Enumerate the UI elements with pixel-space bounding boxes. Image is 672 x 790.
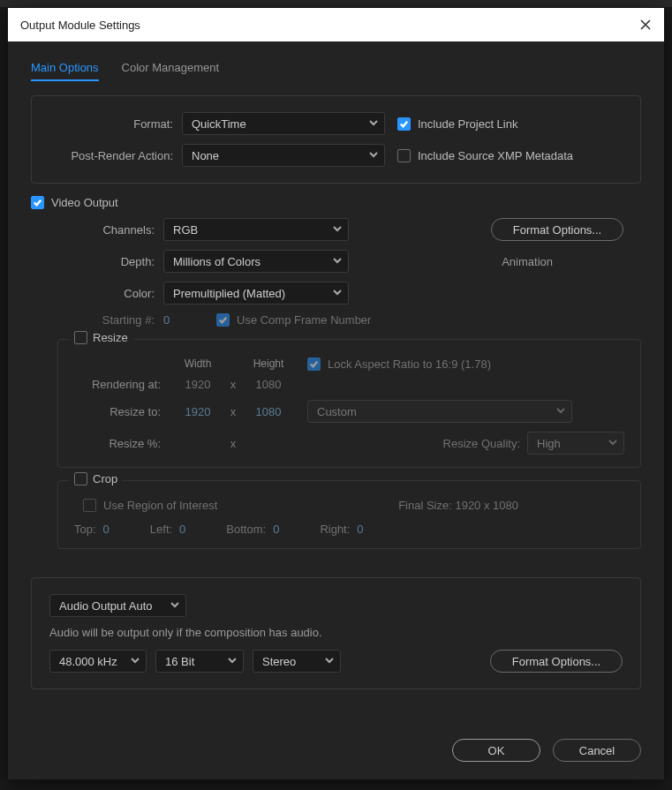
chevron-down-icon — [324, 655, 335, 668]
resize-pct-label: Resize %: — [74, 437, 171, 450]
resize-panel: Resize Width Height Lock Aspect Ratio to… — [57, 339, 641, 468]
chevron-down-icon — [368, 149, 379, 162]
audio-output-mode-select[interactable]: Audio Output Auto — [49, 594, 186, 617]
chevron-down-icon — [332, 287, 343, 300]
channels-select-value: RGB — [173, 223, 198, 237]
resize-preset-value: Custom — [317, 405, 357, 418]
crop-checkbox[interactable] — [74, 472, 87, 485]
post-render-select-value: None — [192, 149, 219, 162]
rendering-height: 1080 — [242, 378, 295, 391]
include-xmp-checkbox[interactable] — [397, 149, 411, 162]
channels-label: Channels: — [31, 223, 163, 237]
audio-rate-select[interactable]: 48.000 kHz — [49, 650, 147, 673]
crop-panel: Crop Use Region of Interest Final Size: … — [57, 480, 641, 549]
ok-button[interactable]: OK — [452, 739, 540, 762]
crop-top-value: 0 — [103, 523, 109, 536]
height-header: Height — [242, 357, 295, 371]
format-select[interactable]: QuickTime — [182, 112, 385, 135]
crop-left-value: 0 — [179, 523, 185, 536]
chevron-down-icon — [170, 599, 180, 613]
crop-bottom-value: 0 — [273, 523, 279, 536]
include-project-link-label: Include Project Link — [418, 117, 517, 131]
crop-label: Crop — [93, 472, 117, 485]
resize-height: 1080 — [256, 405, 282, 418]
resize-label: Resize — [93, 331, 128, 344]
chevron-down-icon — [332, 223, 343, 237]
post-render-label: Post-Render Action: — [49, 149, 182, 162]
resize-quality-value: High — [537, 437, 561, 450]
audio-channels-value: Stereo — [262, 655, 296, 668]
video-output-label: Video Output — [51, 196, 118, 209]
use-comp-frame-checkbox — [216, 313, 230, 327]
resize-width: 1920 — [185, 405, 211, 418]
crop-left-label: Left: — [150, 523, 172, 536]
starting-value: 0 — [163, 313, 199, 327]
lock-aspect-checkbox — [307, 357, 321, 371]
dialog-button-bar: OK Cancel — [452, 739, 641, 762]
format-select-value: QuickTime — [192, 117, 246, 131]
close-icon[interactable] — [639, 19, 652, 31]
audio-output-mode-value: Audio Output Auto — [59, 599, 153, 613]
chevron-down-icon — [332, 255, 343, 268]
color-select-value: Premultiplied (Matted) — [173, 287, 285, 300]
color-label: Color: — [31, 287, 163, 300]
chevron-down-icon — [555, 405, 566, 418]
crop-top-label: Top: — [74, 523, 96, 536]
resize-checkbox[interactable] — [74, 331, 87, 344]
codec-label: Animation — [502, 255, 553, 268]
audio-channels-select[interactable]: Stereo — [253, 650, 341, 673]
starting-label: Starting #: — [31, 313, 163, 327]
chevron-down-icon — [368, 117, 379, 131]
crop-right-label: Right: — [320, 523, 350, 536]
crop-right-value: 0 — [357, 523, 363, 536]
depth-select[interactable]: Millions of Colors — [163, 250, 349, 273]
audio-rate-value: 48.000 kHz — [59, 655, 117, 668]
tab-bar: Main Options Color Management — [31, 61, 641, 81]
tab-color-management[interactable]: Color Management — [122, 61, 220, 81]
chevron-down-icon — [608, 437, 618, 450]
cancel-button[interactable]: Cancel — [553, 739, 641, 762]
resize-preset-select: Custom — [307, 400, 572, 423]
chevron-down-icon — [130, 655, 140, 668]
rendering-at-label: Rendering at: — [74, 378, 171, 391]
include-xmp-label: Include Source XMP Metadata — [418, 149, 573, 162]
dialog-titlebar: Output Module Settings — [8, 8, 664, 41]
audio-format-options-button[interactable]: Format Options... — [490, 650, 623, 673]
format-panel: Format: QuickTime Include Project Link P… — [31, 95, 641, 184]
roi-label: Use Region of Interest — [103, 499, 217, 512]
video-output-checkbox[interactable] — [31, 196, 44, 209]
video-format-options-button[interactable]: Format Options... — [491, 218, 623, 241]
audio-note: Audio will be output only if the composi… — [49, 626, 623, 639]
video-output-panel: Video Output Channels: RGB Format Option… — [31, 196, 641, 565]
color-select[interactable]: Premultiplied (Matted) — [163, 282, 349, 305]
audio-panel: Audio Output Auto Audio will be output o… — [31, 577, 641, 689]
resize-to-label: Resize to: — [74, 405, 171, 418]
output-module-settings-dialog: Output Module Settings Main Options Colo… — [7, 7, 665, 780]
depth-select-value: Millions of Colors — [173, 255, 260, 268]
tab-main-options[interactable]: Main Options — [31, 61, 99, 81]
lock-aspect-label: Lock Aspect Ratio to 16:9 (1.78) — [328, 357, 491, 371]
width-header: Width — [171, 357, 224, 371]
final-size: Final Size: 1920 x 1080 — [398, 499, 518, 512]
depth-label: Depth: — [31, 255, 163, 268]
resize-quality-select: High — [527, 432, 624, 455]
crop-bottom-label: Bottom: — [226, 523, 266, 536]
format-label: Format: — [49, 117, 182, 131]
include-project-link-checkbox[interactable] — [397, 117, 411, 131]
roi-checkbox — [83, 499, 96, 512]
dialog-title: Output Module Settings — [20, 19, 140, 32]
audio-bits-value: 16 Bit — [165, 655, 194, 668]
post-render-select[interactable]: None — [182, 144, 385, 167]
channels-select[interactable]: RGB — [163, 218, 349, 241]
rendering-width: 1920 — [171, 378, 224, 391]
audio-bits-select[interactable]: 16 Bit — [155, 650, 244, 673]
dialog-content: Main Options Color Management Format: Qu… — [8, 41, 664, 716]
chevron-down-icon — [227, 655, 238, 668]
resize-quality-label: Resize Quality: — [443, 437, 520, 450]
use-comp-frame-label: Use Comp Frame Number — [237, 313, 371, 327]
background-app-toolbar — [0, 0, 672, 7]
